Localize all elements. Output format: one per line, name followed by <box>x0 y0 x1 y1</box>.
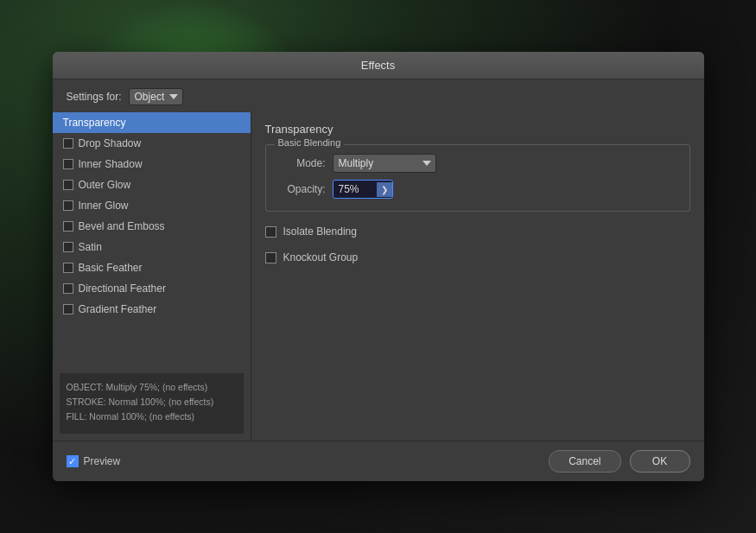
effect-item-inner-shadow[interactable]: Inner Shadow <box>53 154 251 174</box>
effects-dialog: Effects Settings for: Object Stroke Fill… <box>53 52 704 481</box>
basic-blending-group: Basic Blending Mode: Normal Multiply Scr… <box>265 144 690 212</box>
dialog-title: Effects <box>361 59 396 72</box>
effect-item-gradient-feather[interactable]: Gradient Feather <box>53 299 251 320</box>
effect-checkbox-bevel-emboss[interactable] <box>63 221 73 232</box>
opacity-arrow-button[interactable]: ❯ <box>377 182 392 197</box>
effect-item-directional-feather[interactable]: Directional Feather <box>53 278 251 299</box>
knockout-group-row: Knockout Group <box>265 248 690 267</box>
ok-button[interactable]: OK <box>630 450 690 473</box>
panel-title: Transparency <box>265 123 690 136</box>
effect-checkbox-inner-shadow[interactable] <box>63 159 73 169</box>
mode-label: Mode: <box>278 157 326 169</box>
effect-checkbox-outer-glow[interactable] <box>63 180 73 190</box>
effect-checkbox-inner-glow[interactable] <box>63 200 73 211</box>
effect-label-directional-feather: Directional Feather <box>79 282 166 295</box>
preview-checkbox[interactable] <box>67 455 79 467</box>
footer: Preview Cancel OK <box>53 441 704 481</box>
effect-item-outer-glow[interactable]: Outer Glow <box>53 174 251 195</box>
status-line-fill: FILL: Normal 100%; (no effects) <box>67 409 237 424</box>
left-panel: Transparency Drop Shadow Inner Shadow <box>53 112 251 441</box>
knockout-group-label: Knockout Group <box>283 251 359 263</box>
effect-label-outer-glow: Outer Glow <box>79 179 131 191</box>
effect-checkbox-basic-feather[interactable] <box>63 263 73 273</box>
button-group: Cancel OK <box>549 450 689 473</box>
effect-label-inner-shadow: Inner Shadow <box>79 158 143 170</box>
effect-label-bevel-emboss: Bevel and Emboss <box>79 220 165 232</box>
knockout-group-checkbox[interactable] <box>265 252 276 263</box>
effect-item-satin[interactable]: Satin <box>53 237 251 257</box>
effect-label-basic-feather: Basic Feather <box>79 262 143 274</box>
effect-label-transparency: Transparency <box>63 117 126 129</box>
opacity-input[interactable] <box>334 181 377 198</box>
effect-item-bevel-emboss[interactable]: Bevel and Emboss <box>53 216 251 237</box>
dialog-body: Settings for: Object Stroke Fill Text Tr… <box>53 79 704 481</box>
settings-for-row: Settings for: Object Stroke Fill Text <box>53 79 704 112</box>
preview-row: Preview <box>67 455 121 467</box>
effect-checkbox-drop-shadow[interactable] <box>63 138 73 149</box>
status-line-stroke: STROKE: Normal 100%; (no effects) <box>67 395 237 409</box>
mode-select[interactable]: Normal Multiply Screen Overlay Darken Li… <box>333 154 436 173</box>
isolate-blending-checkbox[interactable] <box>265 226 276 238</box>
opacity-input-group: ❯ <box>333 180 393 199</box>
effect-item-basic-feather[interactable]: Basic Feather <box>53 257 251 278</box>
isolate-blending-row: Isolate Blending <box>265 222 690 241</box>
settings-for-select[interactable]: Object Stroke Fill Text <box>129 88 183 105</box>
opacity-label: Opacity: <box>278 183 326 195</box>
mode-row: Mode: Normal Multiply Screen Overlay Dar… <box>278 154 677 173</box>
effect-item-drop-shadow[interactable]: Drop Shadow <box>53 133 251 154</box>
main-content: Transparency Drop Shadow Inner Shadow <box>53 112 704 441</box>
effect-label-satin: Satin <box>79 241 102 253</box>
effect-item-inner-glow[interactable]: Inner Glow <box>53 195 251 216</box>
effects-list: Transparency Drop Shadow Inner Shadow <box>53 112 251 366</box>
effect-label-gradient-feather: Gradient Feather <box>79 303 157 315</box>
settings-for-label: Settings for: <box>67 91 122 103</box>
effect-label-inner-glow: Inner Glow <box>79 200 129 212</box>
effect-checkbox-satin[interactable] <box>63 242 73 252</box>
effect-checkbox-gradient-feather[interactable] <box>63 304 73 314</box>
effect-item-transparency[interactable]: Transparency <box>53 112 251 133</box>
dialog-title-bar: Effects <box>53 52 704 79</box>
isolate-blending-label: Isolate Blending <box>283 225 357 238</box>
preview-label: Preview <box>84 455 121 467</box>
basic-blending-title: Basic Blending <box>275 137 345 148</box>
status-line-object: OBJECT: Multiply 75%; (no effects) <box>67 380 237 395</box>
right-panel: Transparency Basic Blending Mode: Normal… <box>251 112 704 441</box>
opacity-row: Opacity: ❯ <box>278 180 677 199</box>
effect-label-drop-shadow: Drop Shadow <box>79 137 142 149</box>
effect-checkbox-directional-feather[interactable] <box>63 283 73 294</box>
cancel-button[interactable]: Cancel <box>549 450 620 473</box>
status-box: OBJECT: Multiply 75%; (no effects) STROK… <box>60 373 244 434</box>
